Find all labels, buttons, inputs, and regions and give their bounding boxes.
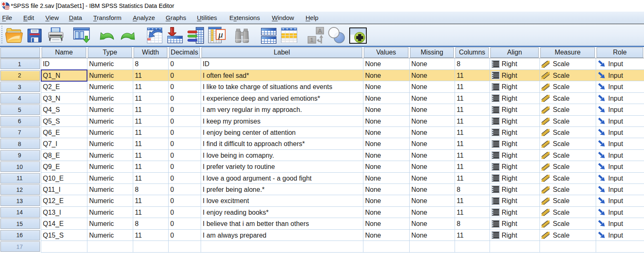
- svg-text:A: A: [318, 27, 322, 34]
- svg-text:μ: μ: [218, 29, 223, 40]
- svg-text:1: 1: [310, 37, 313, 43]
